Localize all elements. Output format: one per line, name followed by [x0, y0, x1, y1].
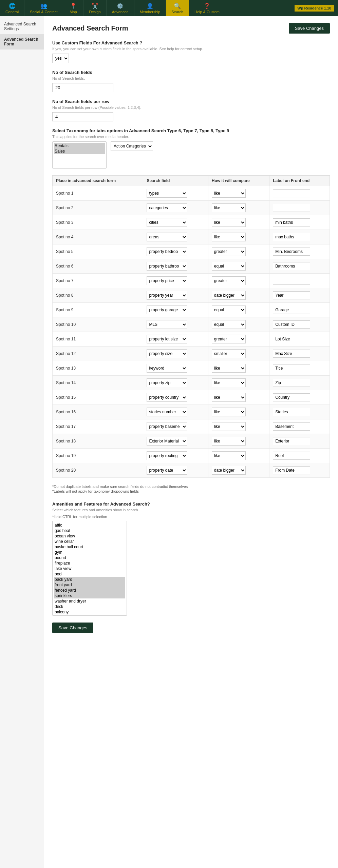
field-select[interactable]: typescategoriescitiesareasproperty bedro…: [147, 393, 187, 402]
compare-select[interactable]: likeequalgreatersmallerdate biggerdate s…: [212, 408, 246, 416]
field-select[interactable]: typescategoriescitiesareasproperty bedro…: [147, 291, 187, 300]
field-select[interactable]: typescategoriescitiesareasproperty bedro…: [147, 247, 187, 256]
table-row: Spot no 1typescategoriescitiesareasprope…: [53, 186, 330, 201]
amenities-multiselect[interactable]: atticgas heatocean viewwine cellarbasket…: [52, 521, 127, 616]
save-changes-button-bottom[interactable]: Save Changes: [52, 623, 93, 633]
spot-label: Spot no 3: [56, 220, 73, 225]
compare-select[interactable]: likeequalgreatersmallerdate biggerdate s…: [212, 291, 246, 300]
taxonomy-multiselect[interactable]: Rentals Sales: [52, 141, 107, 169]
compare-select[interactable]: likeequalgreatersmallerdate biggerdate s…: [212, 422, 246, 431]
compare-select[interactable]: likeequalgreatersmallerdate biggerdate s…: [212, 466, 246, 475]
label-input[interactable]: [273, 466, 310, 474]
table-row: Spot no 11typescategoriescitiesareasprop…: [53, 332, 330, 347]
field-select[interactable]: typescategoriescitiesareasproperty bedro…: [147, 451, 187, 460]
label-input[interactable]: [273, 437, 310, 445]
field-select[interactable]: typescategoriescitiesareasproperty bedro…: [147, 233, 187, 241]
label-input[interactable]: [273, 320, 310, 329]
label-input[interactable]: [273, 408, 310, 416]
compare-cell: likeequalgreatersmallerdate biggerdate s…: [208, 376, 269, 390]
compare-select[interactable]: likeequalgreatersmallerdate biggerdate s…: [212, 305, 246, 314]
label-input[interactable]: [273, 233, 310, 241]
compare-select[interactable]: likeequalgreatersmallerdate biggerdate s…: [212, 189, 246, 198]
field-cell: typescategoriescitiesareasproperty bedro…: [143, 332, 208, 347]
label-input[interactable]: [273, 204, 310, 212]
label-input[interactable]: [273, 218, 310, 226]
field-select[interactable]: typescategoriescitiesareasproperty bedro…: [147, 364, 187, 373]
compare-select[interactable]: likeequalgreatersmallerdate biggerdate s…: [212, 233, 246, 241]
label-input[interactable]: [273, 364, 310, 372]
nav-social[interactable]: 👥 Social & Contact: [24, 0, 63, 16]
compare-select[interactable]: likeequalgreatersmallerdate biggerdate s…: [212, 393, 246, 402]
compare-select[interactable]: likeequalgreatersmallerdate biggerdate s…: [212, 437, 246, 446]
sidebar-item-settings[interactable]: Advanced Search Settings: [0, 19, 44, 34]
label-input[interactable]: [273, 277, 310, 285]
compare-select[interactable]: likeequalgreatersmallerdate biggerdate s…: [212, 349, 246, 358]
field-select[interactable]: typescategoriescitiesareasproperty bedro…: [147, 408, 187, 416]
field-select[interactable]: typescategoriescitiesareasproperty bedro…: [147, 335, 187, 343]
spot-cell: Spot no 1: [53, 186, 143, 201]
spot-cell: Spot no 12: [53, 347, 143, 361]
label-input[interactable]: [273, 291, 310, 299]
spot-label: Spot no 18: [56, 439, 76, 443]
col-compare: How it will compare: [208, 176, 269, 186]
field-select[interactable]: typescategoriescitiesareasproperty bedro…: [147, 189, 187, 198]
custom-fields-desc: If yes, you can set your own custom fiel…: [52, 47, 330, 51]
compare-select[interactable]: likeequalgreatersmallerdate biggerdate s…: [212, 276, 246, 285]
field-select[interactable]: typescategoriescitiesareasproperty bedro…: [147, 320, 187, 329]
compare-select[interactable]: likeequalgreatersmallerdate biggerdate s…: [212, 364, 246, 373]
save-changes-button-top[interactable]: Save Changes: [289, 23, 330, 34]
field-select[interactable]: typescategoriescitiesareasproperty bedro…: [147, 349, 187, 358]
compare-select[interactable]: likeequalgreatersmallerdate biggerdate s…: [212, 320, 246, 329]
compare-select[interactable]: likeequalgreatersmallerdate biggerdate s…: [212, 218, 246, 227]
help-icon: ❓: [204, 3, 210, 9]
compare-cell: likeequalgreatersmallerdate biggerdate s…: [208, 201, 269, 215]
field-cell: typescategoriescitiesareasproperty bedro…: [143, 376, 208, 390]
nav-map[interactable]: 📍 Map: [63, 0, 83, 16]
compare-select[interactable]: likeequalgreatersmallerdate biggerdate s…: [212, 262, 246, 271]
field-select[interactable]: typescategoriescitiesareasproperty bedro…: [147, 218, 187, 227]
label-input[interactable]: [273, 262, 310, 270]
nav-help-label: Help & Custom: [194, 10, 220, 14]
compare-select[interactable]: likeequalgreatersmallerdate biggerdate s…: [212, 451, 246, 460]
label-input[interactable]: [273, 350, 310, 358]
field-select[interactable]: typescategoriescitiesareasproperty bedro…: [147, 262, 187, 271]
nav-design[interactable]: ✂️ Design: [83, 0, 106, 16]
spot-label: Spot no 16: [56, 410, 76, 414]
label-input[interactable]: [273, 452, 310, 460]
field-select[interactable]: typescategoriescitiesareasproperty bedro…: [147, 203, 187, 212]
label-input[interactable]: [273, 306, 310, 314]
label-input[interactable]: [273, 379, 310, 387]
nav-search[interactable]: 🔍 Search: [166, 0, 189, 16]
num-fields-input[interactable]: [52, 83, 113, 92]
label-input[interactable]: [273, 335, 310, 343]
custom-fields-select[interactable]: yes no: [52, 54, 69, 63]
taxonomy-category-select[interactable]: Action Categories: [111, 141, 153, 151]
nav-membership[interactable]: 👤 Membership: [134, 0, 166, 16]
spot-cell: Spot no 16: [53, 405, 143, 419]
label-input[interactable]: [273, 248, 310, 256]
compare-select[interactable]: likeequalgreatersmallerdate biggerdate s…: [212, 247, 246, 256]
membership-icon: 👤: [147, 3, 153, 9]
label-input[interactable]: [273, 393, 310, 401]
compare-select[interactable]: likeequalgreatersmallerdate biggerdate s…: [212, 203, 246, 212]
label-input[interactable]: [273, 189, 310, 197]
nav-advanced[interactable]: ⚙️ Advanced: [107, 0, 134, 16]
label-input[interactable]: [273, 422, 310, 431]
custom-fields-label: Use Custom Fields For Advanced Search ?: [52, 40, 330, 45]
compare-select[interactable]: likeequalgreatersmallerdate biggerdate s…: [212, 378, 246, 387]
fields-per-row-input[interactable]: [52, 112, 113, 121]
compare-select[interactable]: likeequalgreatersmallerdate biggerdate s…: [212, 335, 246, 343]
col-field: Search field: [143, 176, 208, 186]
sidebar-item-form[interactable]: Advanced Search Form: [0, 34, 44, 50]
field-select[interactable]: typescategoriescitiesareasproperty bedro…: [147, 422, 187, 431]
spot-cell: Spot no 4: [53, 230, 143, 244]
field-select[interactable]: typescategoriescitiesareasproperty bedro…: [147, 466, 187, 475]
field-select[interactable]: typescategoriescitiesareasproperty bedro…: [147, 378, 187, 387]
field-select[interactable]: typescategoriescitiesareasproperty bedro…: [147, 276, 187, 285]
field-select[interactable]: typescategoriescitiesareasproperty bedro…: [147, 305, 187, 314]
field-select[interactable]: typescategoriescitiesareasproperty bedro…: [147, 437, 187, 446]
nav-general[interactable]: 🌐 General: [0, 0, 24, 16]
nav-help[interactable]: ❓ Help & Custom: [189, 0, 225, 16]
main-layout: Advanced Search Settings Advanced Search…: [0, 16, 338, 868]
spot-label: Spot no 19: [56, 453, 76, 458]
